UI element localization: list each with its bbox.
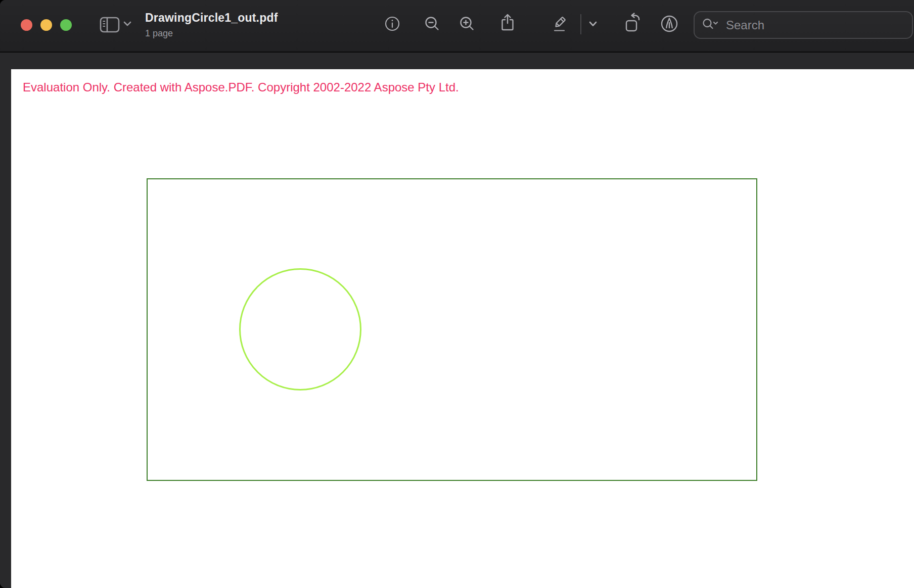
rotate-left-button[interactable] bbox=[623, 12, 643, 33]
toolbar-divider bbox=[580, 14, 581, 34]
search-field[interactable]: Search bbox=[694, 11, 913, 39]
zoom-button[interactable] bbox=[60, 19, 72, 31]
search-placeholder: Search bbox=[726, 18, 764, 32]
minimize-button[interactable] bbox=[40, 19, 52, 31]
drawn-rectangle bbox=[147, 178, 757, 481]
zoom-out-button[interactable] bbox=[424, 15, 441, 32]
zoom-in-button[interactable] bbox=[459, 15, 476, 32]
preview-window: DrawingCircle1_out.pdf 1 page bbox=[0, 0, 914, 588]
markup-button[interactable] bbox=[552, 14, 570, 33]
zoom-in-icon bbox=[459, 15, 476, 32]
search-icon[interactable] bbox=[702, 18, 720, 33]
chevron-down-icon bbox=[123, 20, 132, 27]
pdf-page: Evaluation Only. Created with Aspose.PDF… bbox=[11, 69, 914, 588]
evaluation-watermark-text: Evaluation Only. Created with Aspose.PDF… bbox=[23, 80, 459, 94]
document-title: DrawingCircle1_out.pdf bbox=[145, 11, 278, 25]
markup-pencil-icon bbox=[552, 14, 570, 33]
window-title-block: DrawingCircle1_out.pdf 1 page bbox=[145, 11, 278, 39]
close-button[interactable] bbox=[21, 19, 32, 31]
share-button[interactable] bbox=[499, 13, 516, 32]
sidebar-options-button[interactable] bbox=[123, 20, 132, 27]
title-bar: DrawingCircle1_out.pdf 1 page bbox=[0, 0, 914, 53]
markup-more-button[interactable] bbox=[588, 20, 598, 28]
info-icon bbox=[384, 15, 401, 32]
chevron-down-icon bbox=[588, 20, 598, 28]
pen-circle-button[interactable] bbox=[660, 14, 679, 33]
document-viewport: Evaluation Only. Created with Aspose.PDF… bbox=[0, 53, 914, 588]
rotate-left-icon bbox=[623, 12, 643, 33]
page-count-label: 1 page bbox=[145, 28, 278, 39]
sidebar-icon bbox=[100, 17, 120, 33]
drawn-circle bbox=[239, 268, 361, 390]
sidebar-toggle-button[interactable] bbox=[100, 17, 120, 33]
pen-circle-icon bbox=[660, 14, 679, 33]
info-button[interactable] bbox=[384, 15, 401, 32]
zoom-out-icon bbox=[424, 15, 441, 32]
share-icon bbox=[499, 13, 516, 32]
